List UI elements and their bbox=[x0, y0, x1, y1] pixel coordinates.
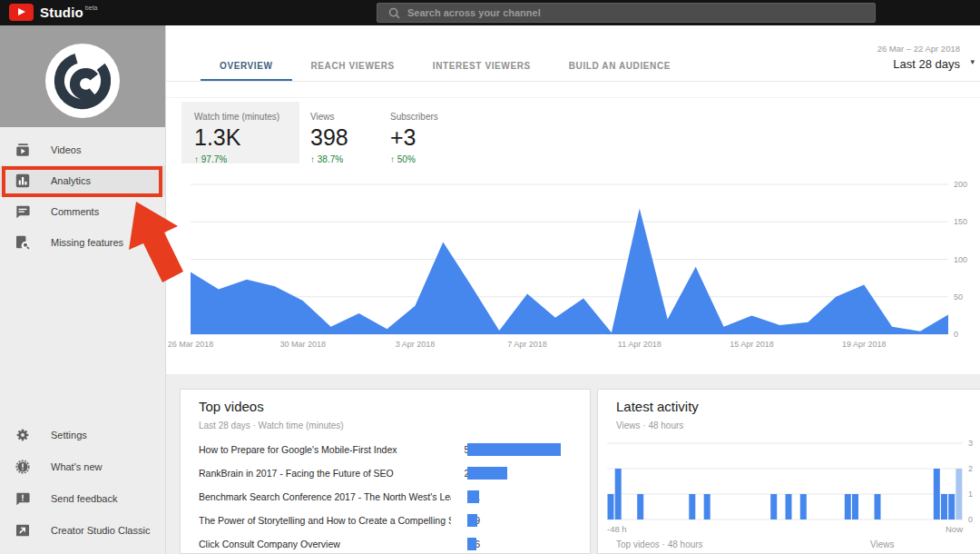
video-bar bbox=[467, 443, 561, 456]
metric-delta: ↑ 97.7% bbox=[194, 154, 299, 164]
missing-features-icon bbox=[15, 234, 31, 251]
top-video-row[interactable]: How to Prepare for Google's Mobile-First… bbox=[181, 440, 590, 460]
svg-text:15 Apr 2018: 15 Apr 2018 bbox=[730, 340, 774, 349]
svg-text:0: 0 bbox=[968, 515, 973, 524]
metric-value: 1.3K bbox=[194, 124, 299, 151]
beta-badge: beta bbox=[85, 5, 98, 11]
metric-delta: ↑ 50% bbox=[390, 154, 466, 164]
send-feedback-icon bbox=[15, 490, 31, 507]
sidebar: Videos Analytics Comments bbox=[0, 25, 166, 554]
video-bar bbox=[467, 467, 507, 480]
next-section-column: Views bbox=[870, 539, 895, 549]
video-title: How to Prepare for Google's Mobile-First… bbox=[199, 444, 451, 455]
video-bar bbox=[467, 490, 479, 503]
video-title: RankBrain in 2017 - Facing the Future of… bbox=[199, 468, 451, 479]
date-range-picker[interactable]: 26 Mar – 22 Apr 2018 Last 28 days bbox=[877, 44, 960, 71]
metric-label: Views bbox=[310, 112, 379, 122]
up-arrow-icon: ↑ bbox=[390, 154, 395, 164]
sidebar-item-label: What's new bbox=[51, 461, 103, 472]
top-video-row[interactable]: Click Consult Company Overview 56 bbox=[181, 535, 590, 554]
top-video-row[interactable]: The Power of Storytelling and How to Cre… bbox=[181, 511, 590, 531]
metrics-summary: Watch time (minutes) 1.3K ↑ 97.7% Views … bbox=[181, 102, 466, 163]
svg-text:19 Apr 2018: 19 Apr 2018 bbox=[842, 340, 887, 349]
settings-icon bbox=[15, 427, 31, 443]
metric-watch-time[interactable]: Watch time (minutes) 1.3K ↑ 97.7% bbox=[181, 102, 299, 163]
youtube-studio-logo[interactable]: Studio beta bbox=[9, 4, 97, 21]
sidebar-item-creator-studio-classic[interactable]: Creator Studio Classic bbox=[0, 514, 165, 546]
brand-name: Studio bbox=[40, 5, 83, 20]
svg-text:3: 3 bbox=[968, 439, 973, 448]
svg-text:150: 150 bbox=[954, 217, 967, 226]
svg-text:0: 0 bbox=[954, 330, 958, 339]
date-range-text: 26 Mar – 22 Apr 2018 bbox=[877, 44, 960, 54]
search-input[interactable] bbox=[407, 7, 875, 18]
top-videos-card: Top videos Last 28 days · Watch time (mi… bbox=[180, 389, 591, 554]
svg-text:26 Mar 2018: 26 Mar 2018 bbox=[168, 340, 214, 349]
sidebar-item-label: Videos bbox=[51, 144, 81, 155]
video-bar bbox=[467, 538, 476, 550]
date-preset-label: Last 28 days bbox=[877, 57, 960, 71]
svg-text:11 Apr 2018: 11 Apr 2018 bbox=[618, 340, 662, 349]
svg-text:7 Apr 2018: 7 Apr 2018 bbox=[507, 340, 547, 349]
card-subtitle: Last 28 days · Watch time (minutes) bbox=[199, 420, 344, 430]
channel-header bbox=[0, 25, 165, 127]
channel-logo-icon bbox=[45, 44, 120, 118]
svg-text:2: 2 bbox=[968, 464, 973, 473]
next-section-label: Top videos · 48 hours bbox=[616, 539, 703, 549]
sidebar-item-label: Send feedback bbox=[51, 493, 117, 504]
sidebar-item-label: Creator Studio Classic bbox=[51, 525, 150, 536]
metric-label: Subscribers bbox=[390, 112, 466, 122]
metric-subscribers[interactable]: Subscribers +3 ↑ 50% bbox=[385, 102, 466, 163]
search-bar[interactable] bbox=[377, 3, 876, 23]
sidebar-item-settings[interactable]: Settings bbox=[0, 419, 165, 450]
tab-overview[interactable]: OVERVIEW bbox=[201, 52, 292, 81]
comments-icon bbox=[15, 203, 31, 220]
search-icon bbox=[388, 7, 400, 19]
analytics-tabs: OVERVIEW REACH VIEWERS INTEREST VIEWERS … bbox=[166, 52, 980, 82]
video-bar bbox=[467, 514, 477, 527]
sidebar-item-send-feedback[interactable]: Send feedback bbox=[0, 482, 165, 514]
top-video-row[interactable]: RankBrain in 2017 - Facing the Future of… bbox=[181, 464, 590, 484]
views-over-time-chart[interactable]: 05010015020026 Mar 201830 Mar 20183 Apr … bbox=[166, 173, 980, 354]
top-video-row[interactable]: Benchmark Search Conference 2017 - The N… bbox=[181, 488, 590, 508]
sidebar-item-missing-features[interactable]: Missing features bbox=[0, 227, 165, 258]
up-arrow-icon: ↑ bbox=[310, 154, 315, 164]
svg-text:1: 1 bbox=[968, 490, 973, 499]
up-arrow-icon: ↑ bbox=[194, 154, 199, 164]
analytics-content: OVERVIEW REACH VIEWERS INTEREST VIEWERS … bbox=[166, 25, 980, 554]
metric-label: Watch time (minutes) bbox=[194, 112, 299, 122]
sidebar-item-label: Settings bbox=[51, 430, 87, 440]
svg-text:-48 h: -48 h bbox=[607, 524, 627, 534]
sidebar-item-analytics[interactable]: Analytics bbox=[0, 165, 165, 196]
sidebar-item-label: Analytics bbox=[51, 175, 91, 186]
tab-reach-viewers[interactable]: REACH VIEWERS bbox=[292, 52, 414, 81]
metric-value: +3 bbox=[390, 124, 466, 151]
sidebar-item-label: Comments bbox=[51, 206, 99, 217]
svg-text:100: 100 bbox=[954, 255, 967, 264]
whats-new-icon bbox=[15, 459, 31, 475]
sidebar-nav: Videos Analytics Comments bbox=[0, 134, 165, 258]
video-title: Click Consult Company Overview bbox=[199, 539, 451, 549]
channel-avatar[interactable] bbox=[45, 44, 120, 118]
svg-text:50: 50 bbox=[954, 292, 963, 302]
svg-text:200: 200 bbox=[954, 180, 967, 189]
svg-text:30 Mar 2018: 30 Mar 2018 bbox=[279, 340, 326, 349]
sidebar-item-comments[interactable]: Comments bbox=[0, 196, 165, 227]
youtube-play-icon bbox=[9, 4, 34, 21]
latest-activity-chart[interactable]: 0123-48 hNow bbox=[598, 390, 980, 554]
chevron-down-icon[interactable]: ▾ bbox=[970, 57, 975, 66]
tab-interest-viewers[interactable]: INTEREST VIEWERS bbox=[414, 52, 550, 81]
top-bar: Studio beta bbox=[0, 0, 980, 25]
svg-text:Now: Now bbox=[946, 524, 963, 534]
tab-build-an-audience[interactable]: BUILD AN AUDIENCE bbox=[550, 52, 690, 81]
sidebar-footer: Settings What's new Send feedback bbox=[0, 419, 165, 546]
metric-value: 398 bbox=[310, 124, 379, 151]
sidebar-item-whats-new[interactable]: What's new bbox=[0, 450, 165, 482]
card-title: Top videos bbox=[199, 399, 264, 414]
sidebar-item-videos[interactable]: Videos bbox=[0, 134, 165, 165]
metric-views[interactable]: Views 398 ↑ 38.7% bbox=[305, 102, 379, 163]
analytics-icon bbox=[15, 173, 31, 189]
metric-delta: ↑ 38.7% bbox=[310, 154, 379, 164]
divider bbox=[166, 97, 980, 98]
youtube-studio-window: Studio beta bbox=[0, 0, 980, 554]
